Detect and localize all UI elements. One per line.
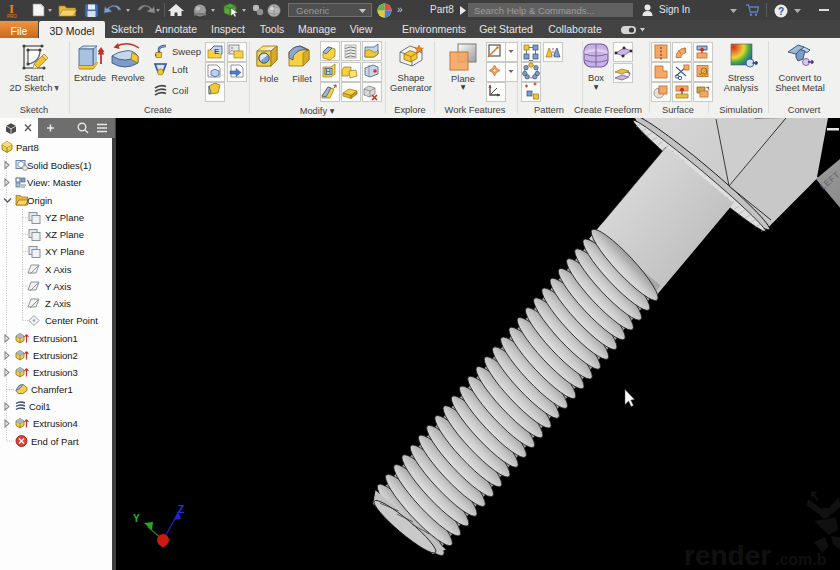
svg-text:PRO: PRO [7,14,17,19]
svg-text:Z: Z [178,504,184,515]
svg-text:E: E [214,47,220,56]
svg-text:.com.b: .com.b [775,551,827,568]
svg-text:render: render [684,540,771,570]
svg-text:Y: Y [133,513,140,524]
svg-text:?: ? [778,5,784,16]
